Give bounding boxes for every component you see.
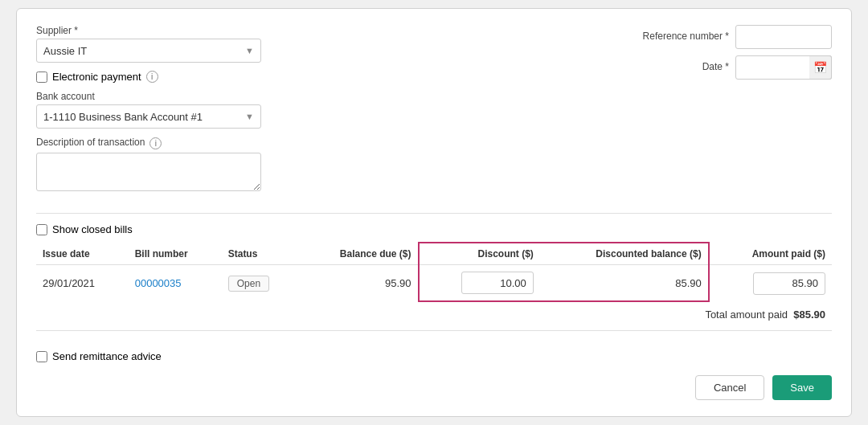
send-remittance-row[interactable]: Send remittance advice [36, 350, 832, 362]
total-row: Total amount paid $85.90 [36, 302, 832, 324]
col-issue-date: Issue date [36, 243, 129, 265]
table-header-row: Issue date Bill number Status Balance du… [36, 243, 832, 265]
bank-account-dropdown-arrow: ▼ [245, 112, 254, 121]
description-field: Description of transaction i [36, 137, 309, 194]
table-row: 29/01/2021 00000035 Open 95.90 85.90 [36, 265, 832, 302]
bank-account-label: Bank account [36, 91, 309, 102]
total-value: $85.90 [793, 309, 825, 321]
bills-section: Show closed bills Issue date Bill number… [36, 223, 832, 324]
col-discounted-balance: Discounted balance ($) [540, 243, 709, 265]
payment-modal: Supplier * Aussie IT ▼ Electronic paymen… [16, 8, 852, 417]
reference-label: Reference number * [643, 31, 729, 42]
cell-bill-number: 00000035 [129, 265, 222, 302]
cell-discount [419, 265, 540, 302]
bank-account-value: 1-1110 Business Bank Account #1 [43, 111, 203, 123]
description-info-icon[interactable]: i [149, 137, 162, 149]
save-button[interactable]: Save [772, 375, 832, 400]
bank-account-select[interactable]: 1-1110 Business Bank Account #1 ▼ [36, 104, 261, 129]
bank-account-field: Bank account 1-1110 Business Bank Accoun… [36, 91, 309, 129]
total-label: Total amount paid [705, 309, 788, 321]
date-label: Date * [702, 61, 729, 72]
reference-row: Reference number * 114 [643, 25, 832, 49]
send-remittance-label: Send remittance advice [52, 350, 162, 362]
cell-amount-paid [709, 265, 832, 302]
description-label: Description of transaction [36, 137, 145, 148]
calendar-icon[interactable]: 📅 [809, 55, 832, 80]
cell-status: Open [222, 265, 298, 302]
form-left: Supplier * Aussie IT ▼ Electronic paymen… [36, 25, 309, 194]
footer-section: Send remittance advice Cancel Save [36, 350, 832, 400]
electronic-payment-info-icon[interactable]: i [146, 71, 158, 83]
amount-paid-input[interactable] [753, 272, 825, 295]
supplier-value: Aussie IT [43, 45, 87, 57]
electronic-payment-label: Electronic payment [52, 71, 141, 83]
button-row: Cancel Save [36, 375, 832, 400]
cell-balance-due: 95.90 [298, 265, 419, 302]
show-closed-bills-checkbox[interactable] [36, 224, 47, 235]
form-right: Reference number * 114 Date * 29/01/2021… [643, 25, 832, 194]
cell-issue-date: 29/01/2021 [36, 265, 129, 302]
status-badge: Open [228, 276, 269, 292]
col-balance-due: Balance due ($) [298, 243, 419, 265]
send-remittance-checkbox[interactable] [36, 351, 47, 362]
col-discount: Discount ($) [419, 243, 540, 265]
electronic-payment-row[interactable]: Electronic payment i [36, 71, 309, 83]
show-closed-bills-row[interactable]: Show closed bills [36, 223, 832, 235]
electronic-payment-checkbox[interactable] [36, 72, 47, 83]
supplier-dropdown-arrow: ▼ [245, 46, 254, 55]
footer-divider [36, 330, 832, 331]
date-row: Date * 29/01/2021 📅 [702, 55, 832, 80]
discount-input[interactable] [461, 272, 534, 294]
supplier-label: Supplier * [36, 25, 309, 36]
col-amount-paid: Amount paid ($) [709, 243, 832, 265]
bills-table: Issue date Bill number Status Balance du… [36, 242, 832, 302]
bill-number-link[interactable]: 00000035 [135, 277, 182, 289]
col-bill-number: Bill number [129, 243, 222, 265]
cancel-button[interactable]: Cancel [695, 375, 764, 400]
top-divider [36, 213, 832, 214]
supplier-field: Supplier * Aussie IT ▼ [36, 25, 309, 63]
supplier-select[interactable]: Aussie IT ▼ [36, 39, 261, 63]
date-input-wrapper: 29/01/2021 📅 [735, 55, 832, 80]
show-closed-bills-label: Show closed bills [52, 223, 133, 235]
description-input[interactable] [36, 153, 261, 191]
reference-input[interactable]: 114 [735, 25, 832, 49]
cell-discounted-balance: 85.90 [540, 265, 709, 302]
form-top: Supplier * Aussie IT ▼ Electronic paymen… [36, 25, 832, 194]
col-status: Status [222, 243, 298, 265]
